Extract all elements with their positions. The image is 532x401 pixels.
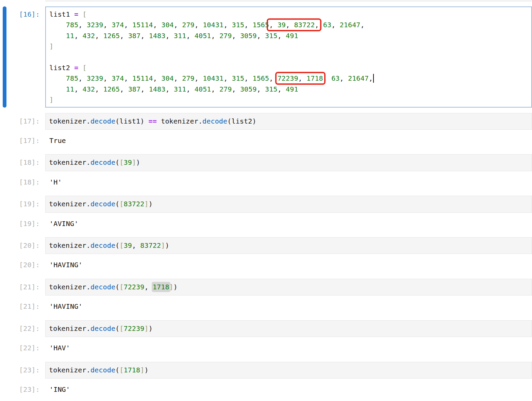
- code-line: [49, 52, 528, 63]
- output-area-19: [19]: 'AVING': [0, 219, 532, 229]
- code-line: tokenizer.decode([83722]): [49, 199, 528, 209]
- code-cell-16: [16]: list1 = [ 785, 3239, 374, 15114, 3…: [0, 6, 532, 108]
- code-editor[interactable]: tokenizer.decode(list1) == tokenizer.dec…: [45, 113, 532, 130]
- output-area-21: [21]: 'HAVING': [0, 301, 532, 312]
- code-cell-21: [21]: tokenizer.decode([72239, 1718]): [0, 279, 532, 295]
- notebook: [16]: list1 = [ 785, 3239, 374, 15114, 3…: [0, 0, 532, 395]
- code-line: 11, 432, 1265, 387, 1483, 311, 4051, 279…: [49, 84, 528, 95]
- code-cell-23: [23]: tokenizer.decode([1718]): [0, 362, 532, 379]
- highlighted-token: 1718: [153, 283, 169, 291]
- input-prompt: [18]:: [0, 154, 45, 171]
- code-line: tokenizer.decode([1718]): [49, 365, 528, 375]
- code-line: list2 = [: [49, 63, 528, 73]
- code-line: tokenizer.decode([39]): [49, 157, 528, 168]
- previous-cell-bottom-edge: [45, 0, 532, 1]
- code-line: 785, 3239, 374, 15114, 304, 279, 10431, …: [49, 73, 528, 84]
- input-prompt: [19]:: [0, 196, 45, 212]
- red-annotation-box: , 39, 83722,: [269, 21, 319, 29]
- output-area-23: [23]: 'ING': [0, 384, 532, 395]
- code-editor[interactable]: tokenizer.decode([1718]): [45, 362, 532, 379]
- output-text: 'ING': [45, 384, 532, 395]
- code-line: tokenizer.decode([72239, 1718]): [49, 282, 528, 292]
- output-prompt: [17]:: [0, 135, 45, 146]
- code-line: list1 = [: [49, 9, 528, 20]
- code-editor[interactable]: tokenizer.decode([72239]): [45, 320, 532, 337]
- output-text: 'HAVING': [45, 260, 532, 270]
- output-prompt: [19]:: [0, 219, 45, 229]
- red-annotation-box: 72239, 1718: [278, 74, 323, 82]
- code-editor[interactable]: list1 = [ 785, 3239, 374, 15114, 304, 27…: [45, 6, 532, 108]
- cell-list: [16]: list1 = [ 785, 3239, 374, 15114, 3…: [0, 6, 532, 395]
- output-prompt: [23]:: [0, 384, 45, 395]
- output-text: True: [45, 135, 532, 146]
- output-text: 'AVING': [45, 219, 532, 229]
- code-line: tokenizer.decode([72239]): [49, 323, 528, 334]
- input-prompt: [20]:: [0, 237, 45, 254]
- input-prompt: [23]:: [0, 362, 45, 379]
- output-prompt: [21]:: [0, 301, 45, 312]
- active-cell-collapser-bar[interactable]: [3, 6, 6, 108]
- output-prompt: [22]:: [0, 343, 45, 353]
- input-prompt: [17]:: [0, 113, 45, 130]
- code-line: tokenizer.decode([39, 83722]): [49, 240, 528, 251]
- output-text: 'H': [45, 177, 532, 188]
- code-cell-20: [20]: tokenizer.decode([39, 83722]): [0, 237, 532, 254]
- code-line: ]: [49, 95, 528, 105]
- code-editor[interactable]: tokenizer.decode([72239, 1718]): [45, 279, 532, 295]
- output-area-20: [20]: 'HAVING': [0, 260, 532, 270]
- code-cell-22: [22]: tokenizer.decode([72239]): [0, 320, 532, 337]
- text-cursor: [373, 74, 374, 83]
- code-cell-17: [17]: tokenizer.decode(list1) == tokeniz…: [0, 113, 532, 130]
- code-line: ]: [49, 41, 528, 52]
- output-text: 'HAVING': [45, 301, 532, 312]
- output-prompt: [18]:: [0, 177, 45, 188]
- input-prompt: [16]:: [0, 6, 45, 108]
- input-prompt: [22]:: [0, 320, 45, 337]
- output-area-17: [17]: True: [0, 135, 532, 146]
- code-line: 785, 3239, 374, 15114, 304, 279, 10431, …: [49, 20, 528, 30]
- code-editor[interactable]: tokenizer.decode([83722]): [45, 196, 532, 212]
- code-cell-19: [19]: tokenizer.decode([83722]): [0, 196, 532, 212]
- output-area-18: [18]: 'H': [0, 177, 532, 188]
- code-editor[interactable]: tokenizer.decode([39, 83722]): [45, 237, 532, 254]
- output-prompt: [20]:: [0, 260, 45, 270]
- input-prompt: [21]:: [0, 279, 45, 295]
- output-text: 'HAV': [45, 343, 532, 353]
- output-area-22: [22]: 'HAV': [0, 343, 532, 353]
- code-line: tokenizer.decode(list1) == tokenizer.dec…: [49, 116, 528, 127]
- code-cell-18: [18]: tokenizer.decode([39]): [0, 154, 532, 171]
- code-line: 11, 432, 1265, 387, 1483, 311, 4051, 279…: [49, 31, 528, 41]
- code-editor[interactable]: tokenizer.decode([39]): [45, 154, 532, 171]
